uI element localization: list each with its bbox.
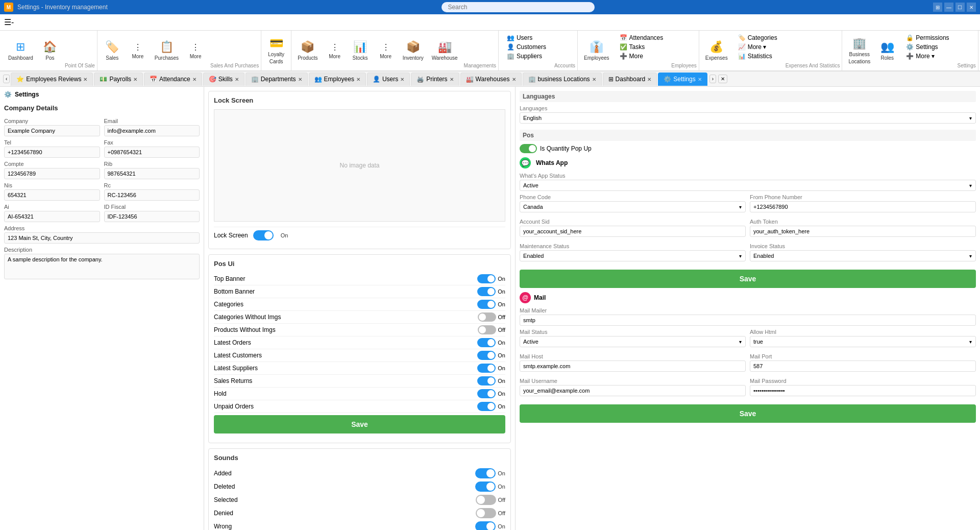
nav-item-expenses[interactable]: 💰 Expenses <box>701 31 732 70</box>
mail-save-button[interactable]: Save <box>520 404 976 423</box>
ai-input[interactable] <box>4 211 100 222</box>
tab-employees[interactable]: 👥 Employees ✕ <box>309 73 366 86</box>
pos-ui-toggle[interactable] <box>478 325 496 334</box>
nav-col-exp-more[interactable]: 📈 More ▾ <box>736 43 769 51</box>
tab-users[interactable]: 👤 Users ✕ <box>367 73 410 86</box>
nav-item-pos[interactable]: 🏠 Pos <box>37 31 63 70</box>
tab-skills[interactable]: 🎯 Skills ✕ <box>203 73 244 86</box>
win-maximize[interactable]: ⊞ <box>933 3 942 12</box>
tab-close-employees-reviews[interactable]: ✕ <box>83 77 87 82</box>
pos-ui-toggle[interactable] <box>477 364 496 373</box>
pos-quantity-toggle[interactable] <box>520 144 537 153</box>
nav-item-roles[interactable]: 👥 Roles <box>874 31 900 70</box>
pos-ui-toggle[interactable] <box>477 300 496 309</box>
nav-col-tasks[interactable]: ✅ Tasks <box>618 43 647 51</box>
nav-col-permissions[interactable]: 🔒 Permissions <box>904 34 951 42</box>
nav-item-purchases[interactable]: 📋 Purchases <box>151 31 183 70</box>
sound-toggle[interactable] <box>475 481 496 492</box>
nav-item-stocks-more[interactable]: ⋮ More <box>373 31 399 70</box>
tab-close-users[interactable]: ✕ <box>400 77 404 82</box>
whatsapp-save-button[interactable]: Save <box>520 270 976 288</box>
account-sid-input[interactable] <box>520 226 746 237</box>
sound-toggle[interactable] <box>475 521 496 530</box>
search-input[interactable] <box>442 2 595 12</box>
nav-col-categories[interactable]: 🏷️ Categories <box>736 34 779 42</box>
compte-input[interactable] <box>4 168 100 179</box>
nav-item-sales[interactable]: 🏷️ Sales <box>100 31 125 70</box>
tab-close-employees[interactable]: ✕ <box>356 77 360 82</box>
win-close[interactable]: ✕ <box>967 3 976 12</box>
pos-ui-toggle[interactable] <box>477 338 496 347</box>
tab-close-all[interactable]: ✕ <box>718 75 727 83</box>
tab-printers[interactable]: 🖨️ Printers ✕ <box>411 73 459 86</box>
invoice-select[interactable]: Enabled <box>750 250 976 261</box>
fax-input[interactable] <box>104 147 200 158</box>
nav-item-products[interactable]: 📦 Products <box>293 31 322 70</box>
nav-item-business-locations[interactable]: 🏢 Business Locations <box>844 31 874 70</box>
tab-close-printers[interactable]: ✕ <box>450 77 454 82</box>
nav-item-dashboard[interactable]: ⊞ Dashboard <box>4 31 37 70</box>
rc-input[interactable] <box>104 189 200 201</box>
id-fiscal-input[interactable] <box>104 211 200 222</box>
pos-ui-toggle[interactable] <box>477 274 496 283</box>
nav-item-purchases-more[interactable]: ⋮ More <box>183 31 208 70</box>
sound-toggle[interactable] <box>476 508 496 518</box>
tel-input[interactable] <box>4 147 100 158</box>
allow-html-select[interactable]: true <box>750 336 976 347</box>
sound-toggle[interactable] <box>476 495 496 505</box>
pos-ui-toggle[interactable] <box>477 402 496 411</box>
pos-ui-save-button[interactable]: Save <box>214 415 505 433</box>
pos-ui-toggle[interactable] <box>478 312 496 322</box>
tab-dashboard[interactable]: ⊞ Dashboard ✕ <box>603 73 657 86</box>
tab-close-business-locations[interactable]: ✕ <box>592 77 596 82</box>
tab-close-payrolls[interactable]: ✕ <box>133 77 137 82</box>
nav-item-loyalty[interactable]: 💳 Loyalty Cards <box>263 31 289 70</box>
tab-next[interactable]: › <box>709 75 716 83</box>
address-input[interactable] <box>4 232 200 244</box>
nav-col-users[interactable]: 👥 Users <box>505 34 534 42</box>
mail-port-input[interactable] <box>750 360 976 372</box>
nav-col-customers[interactable]: 👤 Customers <box>505 43 548 51</box>
lock-screen-toggle[interactable] <box>253 230 274 240</box>
nav-col-settings-item[interactable]: ⚙️ Settings <box>904 43 940 51</box>
mail-host-input[interactable] <box>520 360 746 372</box>
description-textarea[interactable]: A sample description for the company. <box>4 254 200 279</box>
nav-col-settings-more[interactable]: ➕ More ▾ <box>904 52 937 60</box>
nav-item-products-more[interactable]: ⋮ More <box>322 31 348 70</box>
nav-col-suppliers[interactable]: 🏢 Suppliers <box>505 52 544 60</box>
maintenance-select[interactable]: Enabled <box>520 250 746 261</box>
tab-payrolls[interactable]: 💵 Payrolls ✕ <box>94 73 143 86</box>
toolbar-menu-icon[interactable]: ☰- <box>4 17 14 27</box>
pos-ui-toggle[interactable] <box>477 351 496 360</box>
phone-code-select[interactable]: Canada <box>520 201 746 212</box>
tab-close-departments[interactable]: ✕ <box>298 77 302 82</box>
nav-item-warehouse[interactable]: 🏭 Warehouse <box>428 31 462 70</box>
whatsapp-status-select[interactable]: Active <box>520 180 976 191</box>
email-input[interactable] <box>104 125 200 136</box>
tab-close-dashboard[interactable]: ✕ <box>647 77 651 82</box>
mail-mailer-input[interactable] <box>520 315 976 326</box>
mail-username-input[interactable] <box>520 385 746 396</box>
tab-close-warehouses[interactable]: ✕ <box>512 77 516 82</box>
tab-close-attendance[interactable]: ✕ <box>192 77 197 82</box>
pos-ui-toggle[interactable] <box>477 287 496 296</box>
nav-item-employees[interactable]: 👔 Employees <box>580 31 613 70</box>
pos-ui-toggle[interactable] <box>477 376 496 386</box>
from-phone-input[interactable] <box>750 201 976 212</box>
win-restore[interactable]: ☐ <box>955 3 965 12</box>
nav-col-statistics[interactable]: 📊 Statistics <box>736 52 774 60</box>
tab-close-skills[interactable]: ✕ <box>235 77 239 82</box>
auth-token-input[interactable] <box>750 226 976 237</box>
pos-ui-toggle[interactable] <box>477 389 496 398</box>
tab-business-locations[interactable]: 🏢 business Locations ✕ <box>523 73 602 86</box>
tab-employees-reviews[interactable]: ⭐ Employees Reviews ✕ <box>11 73 93 86</box>
languages-select[interactable]: English <box>520 112 976 124</box>
nav-col-attendances[interactable]: 📅 Attendances <box>618 34 666 42</box>
tab-settings[interactable]: ⚙️ Settings ✕ <box>658 73 707 86</box>
mail-status-select[interactable]: Active <box>520 336 746 347</box>
tab-prev[interactable]: ‹ <box>3 75 10 83</box>
nav-col-emp-more[interactable]: ➕ More <box>618 52 645 60</box>
nis-input[interactable] <box>4 189 100 201</box>
tab-close-settings[interactable]: ✕ <box>698 77 702 82</box>
nav-item-sales-more[interactable]: ⋮ More <box>125 31 151 70</box>
